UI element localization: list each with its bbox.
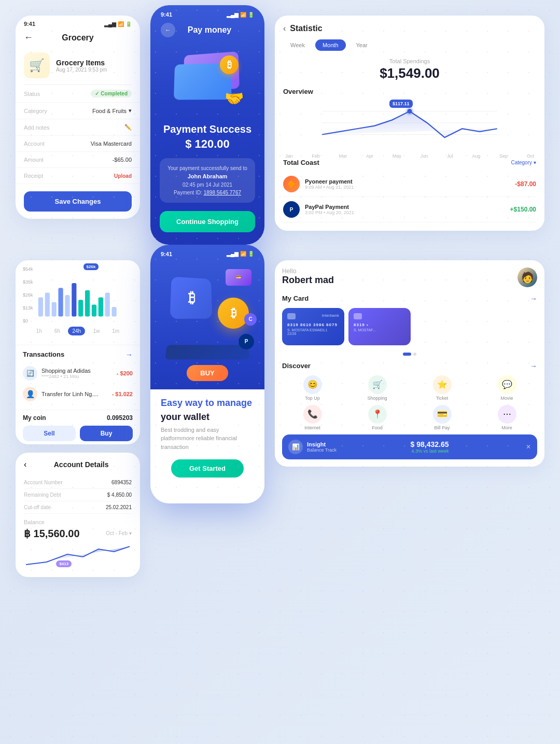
- card-expiry-1: 22/26: [287, 332, 339, 335]
- total-coast-header: Total Coast Category ▾: [283, 159, 536, 166]
- trans-date-1: ****2482 • 21 Mou: [41, 374, 91, 379]
- cutoff-label: Cut-off date: [24, 504, 51, 510]
- discover-title: Discover: [282, 362, 311, 370]
- trans-icon-2: 👤: [23, 387, 37, 401]
- debit-card-2[interactable]: 8319 • S. MOSTAF...: [348, 308, 411, 345]
- discover-billpay[interactable]: 💳 Bill Pay: [412, 405, 472, 430]
- btc-3d-scene: ₿ ₿ 💳 P C: [161, 266, 254, 360]
- buy-button[interactable]: Buy: [80, 426, 133, 441]
- balance-amount: ฿ 15,560.00: [24, 527, 80, 540]
- category-field: Category Food & Fruits ▾: [16, 103, 140, 119]
- chart-peak-ring: [405, 107, 414, 116]
- discover-food[interactable]: 📍 Food: [347, 405, 408, 430]
- payment-time: 02:45 pm 14 Jul 2021: [167, 181, 248, 189]
- upload-button[interactable]: Upload: [114, 173, 132, 179]
- total-spendings-amount: $1,549.00: [283, 65, 536, 81]
- pay-signal-icon: ▂▄▆: [227, 12, 239, 18]
- insight-amount: $ 98,432.65: [411, 440, 449, 448]
- category-value: Food & Fruits ▾: [92, 107, 132, 114]
- continue-shopping-button[interactable]: Continue Shopping: [160, 211, 255, 232]
- insight-close-button[interactable]: ✕: [526, 443, 531, 451]
- more-icon: ⋯: [498, 405, 516, 424]
- filter-1m[interactable]: 1m: [108, 327, 123, 335]
- topup-label: Top Up: [305, 396, 320, 401]
- discover-topup[interactable]: 😊 Top Up: [282, 375, 343, 401]
- balance-period: Oct - Feb ▾: [106, 530, 132, 536]
- stat-back-button[interactable]: ‹: [283, 24, 286, 33]
- easy-way-title: Easy way to manage: [161, 398, 254, 409]
- big-phone-status: 9:41 ▂▄▆ 📶 🔋: [150, 245, 264, 261]
- filter-6h[interactable]: 6h: [50, 327, 64, 335]
- bar-8-teal: [85, 290, 90, 316]
- chart-transactions-card: $54k $35k $26k $13k $0 $26k: [16, 260, 140, 444]
- easy-sub-text: Best trodding and easy platformmore reli…: [161, 426, 254, 452]
- account-field: Account Visa Mastercard: [16, 136, 140, 152]
- sell-button[interactable]: Sell: [23, 426, 76, 441]
- my-card-arrow[interactable]: →: [530, 294, 537, 303]
- pyoneer-transaction: 🔶 Pyoneer payment 9:09 AM • Aug 21, 2021…: [283, 172, 536, 197]
- big-phone-card: 9:41 ▂▄▆ 📶 🔋 ₿ ₿ 💳 P C: [150, 245, 264, 504]
- balance-section: Balance ฿ 15,560.00 Oct - Feb ▾: [24, 519, 132, 570]
- dropdown-icon[interactable]: ▾: [129, 107, 132, 114]
- discover-more[interactable]: ⋯ More: [477, 405, 537, 430]
- indicator-2: [413, 353, 416, 356]
- discover-movie[interactable]: 💬 Movie: [477, 375, 537, 401]
- filter-24h[interactable]: 24h: [68, 327, 85, 335]
- hello-name: Robert mad: [282, 275, 334, 286]
- pyoneer-amount: -$87.00: [515, 180, 536, 188]
- tab-month[interactable]: Month: [315, 39, 346, 51]
- discover-internet[interactable]: 📞 Internet: [282, 405, 343, 430]
- payment-info-line1: Your payment successfully send to: [167, 164, 248, 172]
- dropdown-icon[interactable]: ▾: [129, 530, 132, 536]
- grocery-status-icons: ▂▄▆ 📶 🔋: [104, 21, 132, 27]
- category-text: Food & Fruits: [92, 108, 127, 114]
- account-back-button[interactable]: ‹: [24, 460, 26, 469]
- filter-1h[interactable]: 1h: [32, 327, 46, 335]
- trans-amount-1: - $200: [117, 370, 133, 376]
- discover-grid: 😊 Top Up 🛒 Shopping ⭐ Ticket 💬 Movie 📞: [282, 375, 537, 430]
- pyoneer-name: Pyoneer payment: [305, 178, 354, 185]
- movie-icon: 💬: [498, 375, 516, 394]
- save-changes-button[interactable]: Save Changes: [24, 191, 132, 212]
- get-started-button[interactable]: Get Started: [171, 459, 244, 478]
- pay-wifi-icon: 📶: [240, 12, 246, 18]
- bar-10-teal: [99, 297, 103, 316]
- tab-year[interactable]: Year: [349, 39, 375, 51]
- my-coin-label: My coin: [23, 414, 46, 422]
- pay-battery-icon: 🔋: [248, 12, 254, 18]
- indicator-1: [403, 353, 411, 356]
- transactions-arrow[interactable]: →: [125, 350, 133, 359]
- bar-2: [45, 292, 50, 316]
- left-stack: $54k $35k $26k $13k $0 $26k: [16, 260, 140, 577]
- filter-1w[interactable]: 1w: [89, 327, 104, 335]
- bar-11: [105, 292, 110, 316]
- cutoff-value: 25.02.2021: [106, 504, 132, 510]
- big-phone-time: 9:41: [161, 251, 172, 257]
- category-button[interactable]: Category ▾: [511, 160, 536, 165]
- notes-edit-icon[interactable]: ✏️: [124, 124, 132, 131]
- handshake-icon: 🤝: [225, 89, 244, 107]
- card-holder-1: S. MOSTAFA ESMAEIL1: [287, 328, 339, 332]
- overview-label: Overview: [283, 88, 536, 95]
- amount-label: Amount: [24, 157, 44, 163]
- back-button[interactable]: ←: [24, 32, 33, 43]
- buy-orange-button[interactable]: BUY: [187, 365, 228, 381]
- food-label: Food: [372, 425, 383, 430]
- discover-arrow[interactable]: →: [530, 362, 537, 370]
- pay-back-button[interactable]: ←: [161, 23, 175, 37]
- payment-id-label: Payment ID:: [174, 190, 202, 195]
- bar-3: [52, 302, 57, 316]
- remaining-debt-field: Remaining Debt $ 4,850.00: [24, 489, 132, 501]
- discover-row: Discover →: [282, 362, 537, 370]
- grocery-card: 9:41 ▂▄▆ 📶 🔋 ← Grocery 🛒 Grocery Items A…: [16, 16, 140, 219]
- discover-ticket[interactable]: ⭐ Ticket: [412, 375, 472, 401]
- user-avatar: 🧑: [517, 268, 537, 287]
- discover-shopping[interactable]: 🛒 Shopping: [347, 375, 408, 401]
- debit-card-1[interactable]: Interbank 8319 8610 3986 8075 S. MOSTAFA…: [282, 308, 344, 345]
- pyoneer-time: 9:09 AM • Aug 21, 2021: [305, 185, 354, 190]
- tab-week[interactable]: Week: [283, 39, 312, 51]
- pay-status-icons: ▂▄▆ 📶 🔋: [227, 12, 254, 18]
- card-number-1: 8319 8610 3986 8075: [287, 322, 339, 327]
- pay-header: ← Pay money: [150, 20, 264, 43]
- bar-7-teal: [78, 300, 83, 316]
